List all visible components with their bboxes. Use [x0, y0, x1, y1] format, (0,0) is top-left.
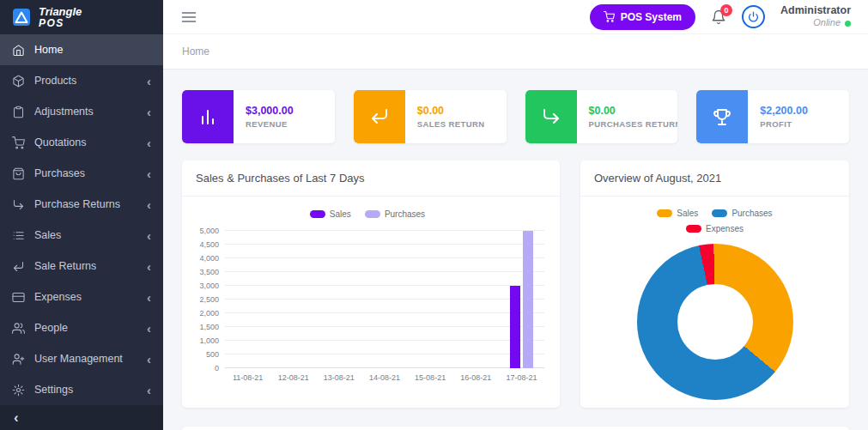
quotations-icon — [12, 136, 25, 149]
bar-sales-17-08-21[interactable] — [510, 286, 520, 368]
chevron-left-icon: ‹ — [147, 75, 151, 88]
yaxis-tick-label: 5,000 — [199, 227, 219, 235]
notifications-button[interactable]: 0 — [711, 9, 726, 25]
stat-text: $2,200.00PROFIT — [748, 105, 808, 129]
bar-chart-icon — [182, 90, 234, 143]
notification-badge: 0 — [720, 4, 732, 16]
yaxis-tick-label: 2,500 — [199, 295, 219, 304]
sidebar-item-purchases[interactable]: Purchases‹ — [0, 158, 163, 189]
legend-swatch — [657, 209, 672, 217]
chevron-left-icon: ‹ — [147, 384, 151, 397]
stat-text: $0.00SALES RETURN — [405, 105, 485, 129]
app-root: Triangle POS HomeProducts‹Adjustments‹Qu… — [0, 0, 868, 430]
sidebar-item-purchase-returns[interactable]: Purchase Returns‹ — [0, 189, 163, 220]
bar-column-11-08-21 — [225, 231, 270, 368]
bars-layer — [225, 231, 544, 368]
donut-chart-legend: SalesPurchasesExpenses — [640, 209, 790, 233]
bar-purchases-17-08-21[interactable] — [523, 231, 533, 368]
logo-line2: POS — [39, 18, 82, 29]
stat-label: PURCHASES RETURN — [589, 119, 678, 129]
stat-label: PROFIT — [760, 119, 808, 129]
chevron-left-icon: ‹ — [147, 291, 151, 304]
legend-item-purchases[interactable]: Purchases — [365, 209, 425, 219]
expenses-icon — [12, 291, 25, 304]
legend-label: Purchases — [731, 209, 772, 218]
trophy-icon — [696, 90, 748, 143]
return-left-icon — [354, 90, 405, 143]
chevron-left-icon: ‹ — [147, 106, 151, 118]
chevron-left-icon: ‹ — [147, 260, 151, 273]
bar-column-12-08-21 — [270, 231, 316, 368]
yaxis-tick-label: 3,000 — [199, 282, 219, 290]
pos-system-button[interactable]: POS System — [590, 4, 695, 30]
sidebar-footer: ‹ — [0, 405, 163, 430]
xaxis-tick-label: 14-08-21 — [361, 373, 407, 382]
sidebar-item-label: Expenses — [34, 291, 137, 303]
stat-card-purchases-return: $0.00PURCHASES RETURN — [525, 90, 678, 143]
bar-chart-plotarea — [225, 231, 544, 368]
sidebar-item-label: Products — [34, 75, 137, 87]
hamburger-menu-button[interactable] — [180, 9, 197, 26]
sidebar-item-sale-returns[interactable]: Sale Returns‹ — [0, 251, 163, 282]
bottom-card — [182, 427, 849, 430]
logo-text: Triangle POS — [39, 6, 82, 28]
xaxis-tick-label: 13-08-21 — [316, 373, 361, 382]
bar-chart-yaxis: 05001,0001,5002,0002,5003,0003,5004,0004… — [191, 231, 225, 368]
sidebar-item-home[interactable]: Home — [0, 34, 163, 65]
sidebar-item-products[interactable]: Products‹ — [0, 65, 163, 96]
bar-column-14-08-21 — [361, 231, 407, 368]
stat-value: $2,200.00 — [760, 105, 808, 117]
breadcrumb[interactable]: Home — [182, 45, 209, 58]
sale-returns-icon — [12, 260, 25, 273]
user-name: Administrator — [780, 4, 851, 17]
legend-swatch — [712, 209, 727, 217]
legend-swatch — [365, 210, 380, 218]
sidebar-item-quotations[interactable]: Quotations‹ — [0, 127, 163, 158]
sidebar-item-settings[interactable]: Settings‹ — [0, 374, 163, 405]
sidebar-item-people[interactable]: People‹ — [0, 312, 163, 343]
user-avatar[interactable] — [742, 5, 765, 28]
chevron-left-icon: ‹ — [147, 167, 151, 180]
sidebar-item-sales[interactable]: Sales‹ — [0, 220, 163, 251]
sidebar-item-user-management[interactable]: User Management‹ — [0, 343, 163, 374]
main-column: POS System 0 Administrator Online — [163, 0, 868, 430]
legend-item-sales[interactable]: Sales — [310, 209, 351, 219]
user-status-label: Online — [813, 17, 841, 28]
adjustments-icon — [12, 106, 25, 118]
sidebar-item-label: User Management — [34, 353, 137, 365]
yaxis-tick-label: 4,500 — [199, 240, 219, 249]
legend-label: Purchases — [385, 209, 425, 219]
legend-item-expenses[interactable]: Expenses — [686, 224, 744, 233]
legend-item-purchases[interactable]: Purchases — [712, 209, 772, 218]
yaxis-tick-label: 1,000 — [199, 336, 219, 345]
sidebar-item-label: People — [34, 322, 137, 334]
sidebar-item-adjustments[interactable]: Adjustments‹ — [0, 96, 163, 127]
stat-value: $0.00 — [589, 105, 678, 117]
sidebar-item-label: Adjustments — [34, 106, 137, 118]
products-icon — [12, 75, 25, 88]
donut-chart-body: SalesPurchasesExpenses — [580, 197, 849, 408]
sidebar-item-expenses[interactable]: Expenses‹ — [0, 282, 163, 312]
donut-chart-title: Overview of August, 2021 — [580, 160, 849, 197]
logo[interactable]: Triangle POS — [0, 0, 163, 34]
xaxis-tick-label: 15-08-21 — [408, 373, 453, 382]
legend-item-sales[interactable]: Sales — [657, 209, 698, 218]
pos-system-button-label: POS System — [621, 11, 682, 23]
sidebar-collapse-button[interactable]: ‹ — [14, 410, 19, 425]
charts-row: Sales & Purchases of Last 7 Days SalesPu… — [182, 160, 849, 408]
legend-swatch — [686, 225, 701, 233]
stat-text: $3,000.00REVENUE — [234, 105, 294, 129]
sidebar-item-label: Sale Returns — [34, 260, 137, 272]
xaxis-tick-label: 16-08-21 — [453, 373, 499, 382]
purchases-icon — [12, 167, 25, 180]
sidebar: Triangle POS HomeProducts‹Adjustments‹Qu… — [0, 0, 163, 430]
chevron-left-icon: ‹ — [147, 136, 151, 149]
yaxis-tick-label: 0 — [215, 364, 219, 372]
stat-label: REVENUE — [246, 119, 294, 129]
bar-chart-legend: SalesPurchases — [191, 209, 544, 219]
yaxis-tick-label: 4,000 — [199, 254, 219, 263]
bar-chart-title: Sales & Purchases of Last 7 Days — [182, 160, 560, 197]
user-meta[interactable]: Administrator Online — [780, 4, 851, 28]
chevron-left-icon: ‹ — [147, 229, 151, 242]
xaxis-tick-label: 11-08-21 — [225, 373, 270, 382]
